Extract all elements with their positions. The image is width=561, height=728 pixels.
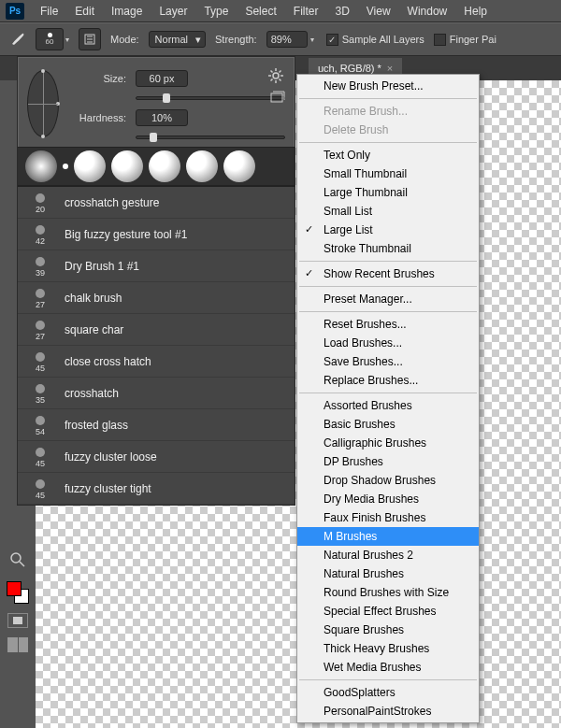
hardness-input[interactable]: 10%	[136, 109, 188, 126]
svg-point-7	[36, 257, 45, 266]
menu-item[interactable]: Wet Media Brushes	[297, 658, 479, 677]
menu-item[interactable]: Large List	[297, 221, 479, 239]
menu-item[interactable]: Large Thumbnail	[297, 183, 479, 202]
menu-item[interactable]: DP Brushes	[297, 452, 479, 471]
menu-item[interactable]: PersonalPaintStrokes	[297, 702, 479, 721]
menu-select[interactable]: Select	[237, 2, 284, 21]
menu-item[interactable]: Special Effect Brushes	[297, 602, 479, 621]
sample-all-layers-checkbox[interactable]: ✓	[326, 34, 338, 46]
brush-list-item[interactable]: 45 fuzzy cluster tight	[18, 473, 295, 505]
menu-item[interactable]: Stroke Thumbnail	[297, 239, 479, 258]
svg-point-8	[36, 289, 45, 298]
brush-angle-control[interactable]	[27, 70, 59, 137]
brush-preset-panel: Size: 60 px Hardness: 10% 20 cr	[17, 56, 295, 506]
menu-item[interactable]: Calligraphic Brushes	[297, 434, 479, 452]
brush-panel-toggle[interactable]	[79, 28, 101, 50]
svg-point-12	[36, 416, 45, 425]
brush-list-item[interactable]: 20 crosshatch gesture	[18, 187, 295, 219]
finger-painting-label: Finger Pai	[450, 34, 496, 45]
brush-item-label: frosted glass	[65, 419, 128, 432]
menu-filter[interactable]: Filter	[285, 2, 327, 21]
size-label: Size:	[72, 73, 126, 84]
brush-tip-preset[interactable]	[25, 150, 57, 182]
zoom-tool[interactable]	[9, 551, 26, 572]
tool-strip	[4, 551, 32, 652]
brush-list-item[interactable]: 42 Big fuzzy gesture tool #1	[18, 219, 295, 250]
mode-select[interactable]: Normal▾	[149, 31, 206, 48]
brush-tip-preset[interactable]	[223, 150, 255, 182]
menu-item[interactable]: Save Brushes...	[297, 352, 479, 371]
menu-item[interactable]: Dry Media Brushes	[297, 490, 479, 508]
menu-item[interactable]: M Brushes	[297, 527, 479, 546]
brush-preset-picker[interactable]: 60 ▾	[36, 28, 69, 50]
svg-line-2	[20, 562, 24, 566]
brush-list-item[interactable]: 54 frosted glass	[18, 409, 295, 441]
brush-list-item[interactable]: 45 close cross hatch	[18, 346, 295, 378]
brush-thumbnail: 45	[25, 476, 55, 502]
brush-item-label: fuzzy cluster tight	[65, 482, 151, 495]
brush-tip-preset[interactable]	[186, 150, 218, 182]
menu-file[interactable]: File	[32, 2, 66, 21]
menu-item[interactable]: Small Thumbnail	[297, 164, 479, 183]
menu-item[interactable]: Round Brushes with Size	[297, 583, 479, 602]
svg-point-14	[36, 479, 45, 489]
brush-item-label: Big fuzzy gesture tool #1	[65, 228, 187, 241]
menu-item: Rename Brush...	[297, 102, 479, 121]
brush-tip-preset[interactable]	[149, 150, 180, 182]
brush-tip-row	[18, 147, 295, 186]
quick-mask-button[interactable]	[7, 613, 28, 628]
menu-type[interactable]: Type	[195, 2, 237, 21]
brush-item-label: close cross hatch	[65, 355, 151, 368]
brush-list-item[interactable]: 27 chalk brush	[18, 282, 295, 314]
menu-item[interactable]: Square Brushes	[297, 621, 479, 639]
brush-list[interactable]: 20 crosshatch gesture 42 Big fuzzy gestu…	[18, 186, 295, 505]
hardness-slider[interactable]	[136, 136, 285, 139]
gear-icon[interactable]	[266, 66, 285, 85]
menu-item[interactable]: Show Recent Brushes	[297, 264, 479, 283]
close-icon[interactable]: ×	[387, 63, 393, 74]
menu-item[interactable]: GoodSplatters	[297, 683, 479, 702]
svg-point-5	[36, 193, 45, 203]
brush-list-item[interactable]: 39 Dry Brush 1 #1	[18, 250, 295, 282]
menu-item[interactable]: Thick Heavy Brushes	[297, 639, 479, 658]
color-swatches[interactable]	[7, 581, 29, 604]
menu-item[interactable]: Small List	[297, 202, 479, 221]
menu-item[interactable]: Text Only	[297, 146, 479, 164]
svg-point-13	[36, 448, 45, 457]
menu-item[interactable]: Faux Finish Brushes	[297, 508, 479, 527]
brush-tip-preset[interactable]	[63, 164, 68, 169]
finger-painting-checkbox[interactable]	[434, 34, 446, 46]
menu-item[interactable]: Drop Shadow Brushes	[297, 471, 479, 490]
size-slider[interactable]	[136, 96, 285, 100]
brush-list-item[interactable]: 35 crosshatch	[18, 378, 295, 409]
menu-image[interactable]: Image	[103, 2, 151, 21]
brush-tip-preset[interactable]	[74, 150, 106, 182]
brush-item-label: square char	[65, 323, 123, 336]
menu-help[interactable]: Help	[455, 2, 496, 21]
brush-list-item[interactable]: 27 square char	[18, 314, 295, 346]
new-preset-icon[interactable]	[270, 91, 285, 104]
svg-point-6	[36, 225, 45, 235]
mode-label: Mode:	[110, 34, 139, 45]
menu-window[interactable]: Window	[399, 2, 456, 21]
menu-item[interactable]: Natural Brushes 2	[297, 546, 479, 564]
menu-item[interactable]: New Brush Preset...	[297, 77, 479, 95]
size-input[interactable]: 60 px	[136, 70, 188, 87]
menu-layer[interactable]: Layer	[151, 2, 195, 21]
menu-item[interactable]: Basic Brushes	[297, 415, 479, 434]
menu-item[interactable]: Assorted Brushes	[297, 396, 479, 415]
menu-item[interactable]: Replace Brushes...	[297, 371, 479, 390]
menu-edit[interactable]: Edit	[66, 2, 103, 21]
menu-item[interactable]: Load Brushes...	[297, 334, 479, 352]
menu-item[interactable]: Natural Brushes	[297, 564, 479, 583]
strength-input[interactable]: 89%	[266, 31, 308, 48]
menu-item[interactable]: Reset Brushes...	[297, 315, 479, 334]
menu-3d[interactable]: 3D	[326, 2, 357, 21]
foreground-color-swatch[interactable]	[7, 581, 22, 596]
brush-tip-preset[interactable]	[111, 150, 143, 182]
screen-mode-button[interactable]	[7, 637, 28, 652]
brush-item-label: chalk brush	[65, 292, 122, 305]
brush-list-item[interactable]: 45 fuzzy cluster loose	[18, 441, 295, 473]
menu-item[interactable]: Preset Manager...	[297, 290, 479, 308]
menu-view[interactable]: View	[358, 2, 399, 21]
